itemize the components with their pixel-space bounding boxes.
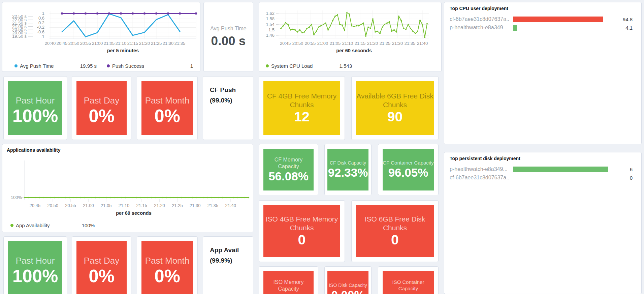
stat-tile-cf-memory-capacity[interactable]: CF Memory Capacity56.08%: [259, 144, 318, 195]
push-time-chart[interactable]: 22.50 s22.00 s21.50 s21.00 s20.50 s20.00…: [2, 2, 200, 58]
stat-tile-app-avail-past-day[interactable]: Past Day0%: [72, 236, 131, 294]
tile-label: ISO Memory Capacity: [263, 279, 314, 292]
stat-tile-iso-4gb-free-memory-chunks[interactable]: ISO 4GB Free Memory Chunks0: [259, 200, 345, 262]
top-persistent-disk-deployment-title: Top persistent disk deployment: [450, 156, 520, 161]
stat-tile-app-avail-past-month[interactable]: Past Month0%: [137, 236, 198, 294]
app-availability-legend-value: 100%: [64, 223, 95, 228]
tile-label: ISO Container Capacity: [383, 279, 434, 292]
system-cpu-load-legend-dot: [266, 64, 269, 67]
stat-tile-cf-disk-capacity[interactable]: CF Disk Capacity92.33%: [324, 144, 372, 195]
stat-tile-cf-container-capacity[interactable]: CF Container Capacity96.05%: [378, 144, 439, 195]
svg-text:21:35: 21:35: [174, 41, 186, 46]
svg-text:21:30: 21:30: [190, 203, 201, 208]
tile-label: CF Disk Capacity: [330, 160, 366, 166]
svg-text:1.58: 1.58: [266, 16, 275, 21]
svg-text:0.2: 0.2: [38, 20, 44, 25]
svg-text:-1: -1: [40, 34, 44, 39]
cf-push-note-panel[interactable]: CF Push (99.0%): [203, 76, 253, 140]
applications-availability-panel[interactable]: Applications availability 100%20:4520:50…: [2, 144, 253, 232]
bar-row-healthwatch-disk[interactable]: p-healthwatch-e8a349... 6: [450, 165, 633, 173]
system-cpu-load-chart[interactable]: 1.621.581.541.51.4620:4520:5020:5521:002…: [259, 2, 441, 58]
svg-text:21:00: 21:00: [83, 203, 94, 208]
tile-value: 96.05%: [388, 166, 428, 179]
svg-text:21:30: 21:30: [163, 41, 174, 46]
app-avail-note-line1: App Avail: [210, 245, 246, 255]
svg-text:1.46: 1.46: [266, 33, 275, 38]
tile-label: Past Hour: [16, 255, 55, 266]
tile-label: CF Memory Capacity: [263, 156, 314, 170]
app-avail-note-panel[interactable]: App Avail (99.9%): [203, 236, 253, 294]
bar-track: [513, 175, 609, 181]
tile-label: Past Day: [84, 255, 120, 266]
svg-text:21:15: 21:15: [136, 203, 148, 208]
tile-label: Past Month: [145, 95, 190, 106]
svg-text:21:30: 21:30: [392, 41, 403, 46]
svg-text:-0.2: -0.2: [37, 25, 44, 30]
bar-row-cf-disk[interactable]: cf-6b7aee31c8d07637a... 0: [450, 174, 633, 182]
avg-push-time-legend-label[interactable]: Avg Push Time: [20, 63, 71, 69]
system-cpu-load-chart-panel[interactable]: 1.621.581.541.51.4620:4520:5020:5521:002…: [259, 2, 442, 72]
bar-value: 4.1: [612, 25, 633, 31]
stat-tile-cf-4gb-free-memory-chunks[interactable]: CF 4GB Free Memory Chunks12: [259, 76, 345, 140]
svg-text:20:45: 20:45: [57, 41, 68, 46]
top-persistent-disk-deployment-panel[interactable]: Top persistent disk deployment p-healthw…: [444, 152, 642, 294]
top-cpu-user-deployment-title: Top CPU user deployment: [450, 6, 508, 11]
tile-value: 0%: [89, 266, 115, 286]
avg-push-time-stat-panel[interactable]: Avg Push Time 0.00 s: [203, 2, 253, 72]
stat-tile-iso-6gb-free-disk-chunks[interactable]: ISO 6GB Free Disk Chunks0: [351, 200, 439, 262]
tile-label: ISO Disk Capacity: [329, 283, 367, 289]
avg-push-time-stat-value: 0.00 s: [211, 34, 246, 48]
tile-value: 56.08%: [268, 170, 309, 183]
svg-text:19.50 s: 19.50 s: [12, 34, 27, 39]
tile-label: ISO 6GB Free Disk Chunks: [356, 215, 434, 233]
svg-text:21:35: 21:35: [207, 203, 219, 208]
tile-value: 0.00%: [391, 292, 425, 294]
svg-text:20:45: 20:45: [30, 203, 41, 208]
tile-value: 100%: [12, 266, 58, 286]
svg-text:per 60 seconds: per 60 seconds: [116, 210, 152, 216]
system-cpu-load-legend-value: 1.543: [323, 63, 352, 69]
bar-fill: [513, 25, 517, 31]
app-availability-legend-label[interactable]: App Availability: [16, 223, 64, 228]
svg-text:21:10: 21:10: [342, 41, 353, 46]
stat-tile-cf-push-past-hour[interactable]: Past Hour100%: [3, 76, 67, 140]
tile-label: Available 6GB Free Disk Chunks: [356, 92, 434, 110]
app-availability-legend-dot: [10, 224, 13, 227]
tile-value: 0: [391, 232, 399, 247]
applications-availability-chart[interactable]: 100%20:4520:5020:5521:0021:0521:1021:152…: [2, 144, 253, 220]
stat-tile-iso-memory-capacity[interactable]: ISO Memory Capacity0.00%: [259, 266, 318, 294]
stat-tile-app-avail-past-hour[interactable]: Past Hour100%: [3, 236, 67, 294]
app-avail-note-line2: (99.9%): [210, 255, 246, 266]
bar-row-healthwatch-cpu[interactable]: p-healthwatch-e8a349... 4.1: [450, 24, 633, 32]
bar-track: [513, 17, 609, 22]
svg-text:20:50: 20:50: [47, 203, 59, 208]
svg-text:20:50: 20:50: [292, 41, 303, 46]
svg-text:21:40: 21:40: [417, 41, 428, 46]
svg-text:21:05: 21:05: [101, 203, 112, 208]
push-time-chart-panel[interactable]: 22.50 s22.00 s21.50 s21.00 s20.50 s20.00…: [2, 2, 200, 72]
svg-text:0.6: 0.6: [38, 16, 44, 21]
bar-track: [513, 25, 609, 31]
stat-tile-iso-container-capacity[interactable]: ISO Container Capacity0.00%: [378, 266, 439, 294]
push-success-legend-value: 1: [165, 63, 193, 69]
push-success-legend-dot: [107, 64, 110, 67]
svg-text:21:05: 21:05: [330, 41, 341, 46]
svg-text:21:35: 21:35: [405, 41, 416, 46]
push-success-legend-label[interactable]: Push Success: [112, 63, 165, 69]
svg-text:21:15: 21:15: [127, 41, 138, 46]
stat-tile-available-6gb-free-disk-chunks[interactable]: Available 6GB Free Disk Chunks90: [351, 76, 439, 140]
svg-text:21:10: 21:10: [116, 41, 127, 46]
svg-text:21:40: 21:40: [225, 203, 236, 208]
svg-text:20:40: 20:40: [45, 41, 56, 46]
tile-value: 92.33%: [328, 166, 368, 179]
stat-tile-iso-disk-capacity[interactable]: ISO Disk Capacity0.00%: [324, 266, 372, 294]
svg-text:21:25: 21:25: [380, 41, 391, 46]
svg-text:1.54: 1.54: [266, 22, 275, 27]
bar-row-cf-cpu[interactable]: cf-6b7aee31c8d07637a... 94.8: [450, 15, 633, 23]
top-cpu-user-deployment-panel[interactable]: Top CPU user deployment cf-6b7aee31c8d07…: [444, 2, 642, 144]
stat-tile-cf-push-past-day[interactable]: Past Day0%: [72, 76, 131, 140]
stat-tile-cf-push-past-month[interactable]: Past Month0%: [137, 76, 198, 140]
tile-label: CF Container Capacity: [383, 160, 434, 166]
bar-fill: [513, 167, 608, 172]
system-cpu-load-legend-label[interactable]: System CPU Load: [271, 63, 323, 69]
